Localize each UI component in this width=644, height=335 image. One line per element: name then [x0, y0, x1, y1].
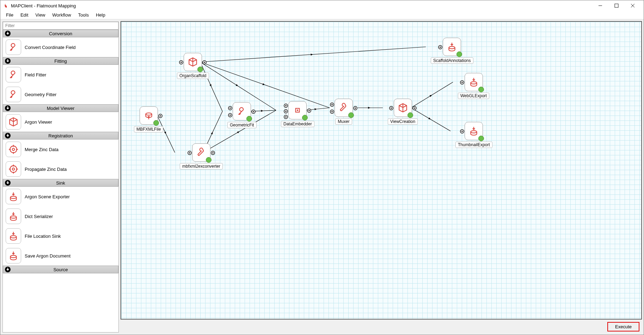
tool-label: Argon Viewer	[25, 119, 52, 125]
port-in[interactable]	[228, 113, 232, 117]
tool-label: Argon Scene Exporter	[25, 194, 70, 199]
tool-item[interactable]: Dict Serializer	[3, 206, 118, 226]
menubar: File Edit View Workflow Tools Help	[0, 11, 644, 19]
tool-item[interactable]: Save Argon Document	[3, 246, 118, 266]
database-icon	[468, 126, 479, 136]
workflow-canvas[interactable]: OrganScaffoldMBFXMLFilembfxml2exconverte…	[121, 21, 642, 319]
category-title: Model Viewer	[3, 106, 118, 111]
port-out[interactable]	[211, 151, 215, 155]
workflow-node-scaffoldannotations[interactable]: ScaffoldAnnotations	[431, 38, 473, 64]
port-in[interactable]	[330, 103, 334, 107]
status-ok-icon	[302, 115, 308, 120]
workflow-node-webglexport[interactable]: WebGLExport	[458, 73, 489, 99]
port-out[interactable]	[353, 106, 357, 110]
port-in[interactable]	[228, 106, 232, 110]
node-box	[288, 101, 307, 119]
port-in[interactable]	[460, 129, 464, 134]
database-icon	[6, 228, 21, 244]
node-box	[394, 99, 412, 117]
cube-icon	[188, 57, 198, 67]
category-header-source[interactable]: Source	[3, 266, 118, 273]
node-label: Muxer	[335, 118, 352, 125]
embed-icon	[292, 105, 303, 116]
port-in[interactable]	[188, 151, 192, 155]
tool-item[interactable]: File Location Sink	[3, 226, 118, 246]
wrench-icon	[6, 87, 21, 102]
menu-help[interactable]: Help	[92, 12, 109, 18]
node-label: OrganScaffold	[177, 73, 209, 79]
tool-item[interactable]: Convert Coordinate Field	[3, 37, 118, 57]
execute-button[interactable]: Execute	[607, 322, 639, 331]
database-icon	[6, 189, 21, 204]
target-icon	[6, 161, 21, 177]
tool-item[interactable]: Argon Viewer	[3, 112, 118, 132]
port-in[interactable]	[284, 115, 288, 119]
tool-item[interactable]: Argon Scene Exporter	[3, 187, 118, 206]
close-button[interactable]	[625, 0, 641, 11]
node-label: ThumbnailExport	[455, 142, 492, 148]
status-ok-icon	[478, 136, 484, 141]
category-header-registration[interactable]: Registration	[3, 132, 118, 139]
app-icon	[3, 3, 9, 8]
maximize-button[interactable]	[608, 0, 625, 11]
database-icon	[6, 209, 21, 224]
workflow-node-dataembedder[interactable]: DataEmbedder	[281, 101, 314, 127]
tool-item[interactable]: Field Fitter	[3, 65, 118, 85]
port-out[interactable]	[251, 110, 256, 114]
node-box	[184, 53, 202, 71]
port-in[interactable]	[438, 45, 442, 49]
status-ok-icon	[348, 112, 354, 118]
node-box	[335, 99, 353, 117]
category-header-fitting[interactable]: Fitting	[3, 57, 118, 65]
minimize-button[interactable]	[592, 0, 608, 11]
port-in[interactable]	[284, 109, 288, 113]
collapse-icon	[5, 132, 11, 139]
tool-label: Save Argon Document	[25, 253, 70, 259]
workflow-node-mbfxmlfile[interactable]: MBFXMLFile	[134, 106, 163, 132]
wrench-icon	[6, 67, 21, 82]
database-icon	[468, 77, 479, 87]
category-title: Fitting	[3, 58, 118, 64]
port-out[interactable]	[158, 114, 162, 118]
collapse-icon	[5, 266, 11, 273]
menu-file[interactable]: File	[2, 12, 17, 18]
port-out[interactable]	[307, 108, 311, 113]
workflow-node-geometricfit[interactable]: GeometricFit	[227, 102, 257, 128]
port-in[interactable]	[460, 80, 464, 85]
collapse-icon	[5, 58, 11, 64]
category-header-model-viewer[interactable]: Model Viewer	[3, 104, 118, 112]
port-in[interactable]	[284, 104, 288, 108]
port-in[interactable]	[179, 60, 183, 64]
tool-item[interactable]: Propagate Zinc Data	[3, 159, 118, 179]
workflow-node-organscaffold[interactable]: OrganScaffold	[177, 53, 209, 79]
menu-workflow[interactable]: Workflow	[49, 12, 74, 18]
category-header-sink[interactable]: Sink	[3, 179, 118, 187]
workflow-node-viewcreation[interactable]: ViewCreation	[388, 99, 418, 125]
menu-view[interactable]: View	[32, 12, 49, 18]
node-box	[140, 106, 158, 125]
port-out[interactable]	[202, 60, 207, 64]
category-header-conversion[interactable]: Conversion	[3, 30, 118, 37]
collapse-icon	[5, 105, 11, 111]
filter-input[interactable]	[3, 22, 118, 30]
tool-label: File Location Sink	[25, 234, 61, 239]
port-in[interactable]	[389, 106, 393, 110]
workflow-node-muxer[interactable]: Muxer	[335, 99, 353, 125]
tool-item[interactable]: Geometry Fitter	[3, 85, 118, 104]
node-label: DataEmbedder	[281, 121, 314, 127]
node-box	[233, 102, 251, 120]
port-out[interactable]	[412, 106, 417, 110]
cube-icon	[6, 114, 21, 130]
status-ok-icon	[197, 67, 203, 72]
tool-label: Geometry Fitter	[25, 92, 56, 97]
tool-item[interactable]: Merge Zinc Data	[3, 139, 118, 159]
workflow-node-thumbnailexport[interactable]: ThumbnailExport	[455, 122, 492, 148]
status-ok-icon	[206, 157, 211, 163]
workflow-node-mbfxml2exconverter[interactable]: mbfxml2exconverter	[180, 143, 223, 169]
menu-tools[interactable]: Tools	[75, 12, 92, 18]
node-box	[192, 143, 210, 162]
port-in[interactable]	[330, 110, 334, 114]
target-icon	[6, 142, 21, 157]
node-box	[465, 73, 483, 91]
menu-edit[interactable]: Edit	[17, 12, 32, 18]
